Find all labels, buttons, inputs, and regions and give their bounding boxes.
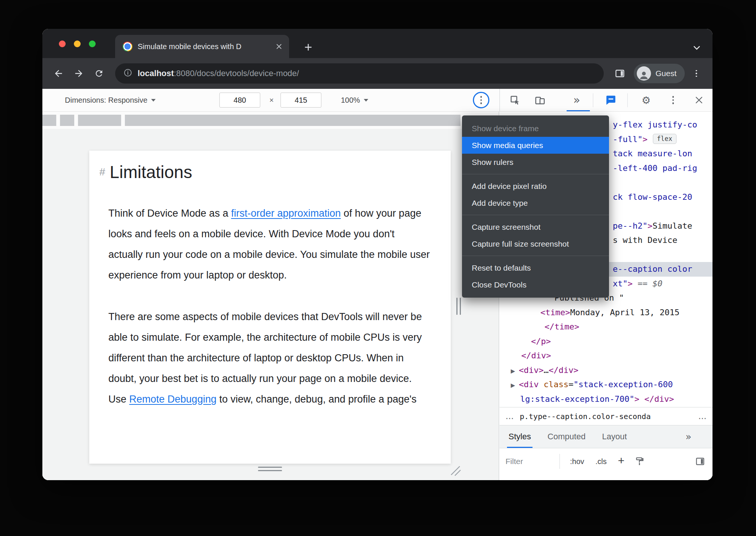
filter-input[interactable] — [505, 457, 557, 466]
url-host: localhost — [138, 69, 174, 78]
code-token: $0 — [652, 279, 663, 288]
tab-layout[interactable]: Layout — [602, 425, 627, 448]
code-line[interactable]: </time> — [500, 320, 712, 334]
media-query-bar[interactable] — [42, 115, 56, 126]
device-toolbar-options-button[interactable] — [473, 92, 489, 108]
code-token: > — [642, 135, 647, 144]
device-width-input[interactable] — [219, 93, 260, 108]
code-line[interactable]: <time>Monday, April 13, 2015 — [500, 305, 712, 320]
menu-item-add-device-type[interactable]: Add device type — [462, 195, 609, 211]
code-token: -left-400 pad-rig — [613, 163, 697, 173]
close-devtools-icon[interactable] — [691, 92, 707, 108]
toggle-element-state-button[interactable]: :hov — [570, 457, 584, 466]
profile-label: Guest — [656, 69, 676, 78]
device-toolbar-options-menu: Show device frameShow media queriesShow … — [462, 115, 609, 298]
browser-menu-icon[interactable] — [688, 65, 705, 82]
settings-gear-icon[interactable]: ⚙ — [638, 92, 654, 108]
expand-arrow-icon[interactable]: ▶ — [511, 368, 515, 374]
kebab-icon — [672, 96, 674, 104]
more-panels-icon[interactable]: » — [568, 92, 585, 108]
code-token: Simulate — [652, 221, 692, 231]
back-icon[interactable] — [50, 65, 67, 82]
doc-link[interactable]: first-order approximation — [231, 208, 341, 219]
device-toolbar-toggle-icon[interactable] — [532, 92, 548, 108]
menu-item-add-device-pixel-ratio[interactable]: Add device pixel ratio — [462, 178, 609, 195]
menu-item-reset-to-defaults[interactable]: Reset to defaults — [462, 259, 609, 276]
breadcrumb-overflow-right[interactable]: … — [698, 412, 706, 421]
element-classes-button[interactable]: .cls — [596, 457, 607, 466]
chevron-down-icon[interactable] — [692, 42, 702, 53]
code-token: </p> — [531, 337, 551, 346]
code-line[interactable]: </p> — [500, 334, 712, 349]
expand-arrow-icon[interactable]: ▶ — [511, 382, 515, 389]
heading-anchor[interactable]: # — [99, 166, 105, 178]
page-content: # Limitations Think of Device Mode as a … — [89, 151, 451, 410]
new-tab-button[interactable] — [303, 42, 314, 53]
tab-styles[interactable]: Styles — [508, 425, 531, 448]
code-line[interactable]: </div> — [500, 349, 712, 363]
url-text: localhost:8080/docs/devtools/device-mode… — [138, 69, 299, 78]
devtools-menu-icon[interactable] — [665, 92, 681, 108]
address-bar[interactable]: localhost:8080/docs/devtools/device-mode… — [115, 63, 604, 84]
chevron-down-icon — [151, 99, 156, 102]
flex-badge[interactable]: flex — [653, 134, 676, 144]
url-path: :8080/docs/devtools/device-mode/ — [174, 69, 299, 78]
viewport-resize-handle-right[interactable] — [456, 298, 461, 315]
dimensions-label: Dimensions: Responsive — [65, 96, 147, 105]
paragraph-text: Think of Device Mode as a — [108, 208, 231, 219]
more-tabs-icon[interactable]: » — [686, 425, 692, 448]
menu-item-close-devtools[interactable]: Close DevTools — [462, 276, 609, 293]
zoom-dropdown[interactable]: 100% — [341, 89, 368, 111]
media-query-bar[interactable] — [78, 115, 121, 126]
minimize-window-button[interactable] — [74, 40, 81, 47]
close-window-button[interactable] — [59, 40, 66, 47]
code-line[interactable]: ▶<div>…</div> — [500, 363, 712, 378]
paragraph-text: There are some aspects of mobile devices… — [108, 311, 422, 405]
new-style-rule-button[interactable]: + — [618, 455, 625, 466]
menu-item-capture-full-size-screenshot[interactable]: Capture full size screenshot — [462, 235, 609, 252]
menu-separator — [462, 256, 609, 256]
tab-computed[interactable]: Computed — [548, 425, 586, 448]
code-token: pe--h2" — [613, 221, 648, 231]
menu-item-capture-screenshot[interactable]: Capture screenshot — [462, 219, 609, 235]
forward-icon[interactable] — [70, 65, 87, 82]
side-panel-icon[interactable] — [611, 65, 628, 82]
simulated-page: # Limitations Think of Device Mode as a … — [89, 151, 451, 464]
menu-item-show-rulers[interactable]: Show rulers — [462, 154, 609, 171]
viewport-resize-handle-corner[interactable] — [450, 465, 461, 478]
kebab-icon — [480, 96, 482, 104]
feedback-icon[interactable] — [603, 92, 619, 108]
breadcrumb-overflow-left[interactable]: … — [506, 412, 514, 421]
device-height-input[interactable] — [280, 93, 321, 108]
active-panel-indicator — [567, 110, 590, 111]
page-info-icon[interactable] — [123, 68, 132, 79]
reload-icon[interactable] — [90, 65, 108, 82]
code-token: y-flex justify-co — [613, 120, 697, 129]
breadcrumb-crumb[interactable]: p.type--caption.color-seconda — [520, 412, 651, 421]
viewport-resize-handle-bottom[interactable] — [258, 467, 282, 471]
code-token: > — [628, 279, 633, 288]
code-line[interactable]: lg:stack-exception-700"> </div> — [500, 392, 712, 407]
fullscreen-window-button[interactable] — [89, 40, 96, 47]
inspect-element-icon[interactable] — [507, 92, 523, 108]
dimensions-dropdown[interactable]: Dimensions: Responsive — [65, 89, 156, 111]
media-query-strip — [42, 112, 499, 129]
browser-tab[interactable]: Simulate mobile devices with D — [115, 35, 289, 58]
paint-format-icon[interactable] — [635, 457, 645, 466]
code-line[interactable]: ▶<div class="stack-exception-600 — [500, 377, 712, 392]
paragraph-text: to view, change, debug, and profile a pa… — [216, 394, 417, 405]
code-token: > — [648, 221, 652, 231]
menu-item-show-media-queries[interactable]: Show media queries — [462, 137, 609, 154]
media-query-bar[interactable] — [125, 115, 460, 126]
code-token: </div> — [549, 365, 578, 375]
doc-link[interactable]: Remote Debugging — [129, 394, 217, 405]
sidebar-toggle-icon[interactable] — [695, 457, 705, 466]
media-query-bar[interactable] — [60, 115, 74, 126]
code-token: … — [544, 365, 549, 375]
code-token: -full" — [613, 135, 642, 144]
tab-title: Simulate mobile devices with D — [138, 42, 270, 51]
tab-close-icon[interactable] — [275, 42, 283, 51]
main-content: # Limitations Think of Device Mode as a … — [42, 112, 712, 480]
dimension-separator: × — [265, 89, 278, 111]
profile-button[interactable]: Guest — [634, 64, 685, 83]
